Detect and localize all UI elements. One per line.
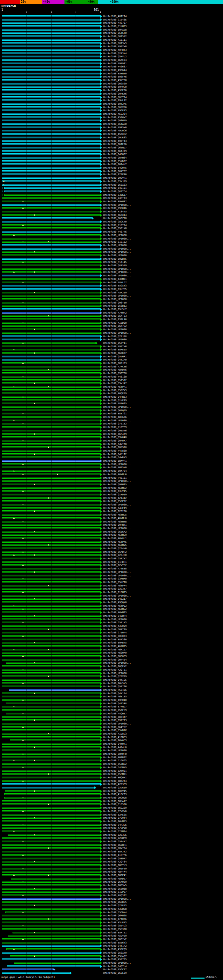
hit-row[interactable]: UniRef100_UP1000... <box>0 274 223 277</box>
hit-label[interactable]: UniRef100_A2QTJ1 <box>103 668 127 671</box>
hit-label[interactable]: UniRef100_B9RB75 <box>103 641 127 644</box>
hit-row[interactable]: UniRef100_Q9BH35 <box>0 483 223 486</box>
hit-label[interactable]: UniRef100_Q9P0X7 <box>103 439 127 442</box>
alignment-bar-segment[interactable] <box>2 194 2 196</box>
hit-row[interactable]: UniRef100_UP1000... <box>0 331 223 335</box>
hit-row[interactable]: UniRef100_UP1000... <box>0 661 223 665</box>
hit-label[interactable]: UniRef100_Q6ATG7 <box>103 725 127 729</box>
hit-row[interactable]: UniRef100_Q5VHR1 <box>0 355 223 358</box>
hit-label[interactable]: UniRef100_Q56FC9 <box>103 708 127 712</box>
hit-label[interactable]: UniRef100_B3LPF3 <box>103 921 127 924</box>
hit-label[interactable]: UniRef100_UP1000... <box>103 250 131 254</box>
hit-row[interactable]: UniRef100_B1EHJ5 <box>0 591 223 594</box>
hit-label[interactable]: UniRef100_P18445 <box>103 210 127 213</box>
hit-row[interactable]: UniRef100_UP1000... <box>0 234 223 237</box>
hit-row[interactable]: UniRef100_Q6FQP9 <box>0 409 223 412</box>
hit-row[interactable]: UniRef100_C0S063 <box>0 635 223 638</box>
hit-row[interactable]: UniRef100_Q9FNN1 <box>0 523 223 527</box>
hit-row[interactable]: UniRef100_Q9Y0A8 <box>0 436 223 439</box>
hit-row[interactable]: UniRef100_B4G1Q1 <box>0 186 223 190</box>
hit-label[interactable]: UniRef100_A8E695 <box>103 402 127 405</box>
hit-label[interactable]: UniRef100_UP1000... <box>103 419 131 422</box>
hit-label[interactable]: UniRef100_C0S063 <box>103 635 127 638</box>
hit-row[interactable]: UniRef100_C3ZKJ7 <box>0 193 223 197</box>
hit-row[interactable]: UniRef100_C4JNM5 <box>0 766 223 769</box>
hit-row[interactable]: UniRef100_B3RL46 <box>0 318 223 321</box>
hit-row[interactable]: UniRef100_A7WQH2 <box>0 311 223 315</box>
hit-row[interactable]: UniRef100_Q84M34 <box>0 156 223 159</box>
hit-label[interactable]: UniRef100_UP1000... <box>103 237 131 240</box>
hit-label[interactable]: UniRef100_C1MHZ3 <box>103 25 127 28</box>
hit-label[interactable]: UniRef100_C6SY39 <box>103 628 127 631</box>
hit-label[interactable]: UniRef100_A6YML0 <box>103 517 127 520</box>
hit-row[interactable]: UniRef100_Q751B2 <box>0 422 223 425</box>
hit-row[interactable]: UniRef100_C1BT74 <box>0 224 223 227</box>
alignment-bar-segment[interactable] <box>6 662 100 663</box>
hit-row[interactable]: UniRef100_UP1000... <box>0 405 223 409</box>
hit-row[interactable]: UniRef100_C5GP92 <box>0 500 223 503</box>
alignment-bar-segment[interactable] <box>2 187 2 189</box>
hit-label[interactable]: UniRef100_B2D2B6 <box>103 510 127 513</box>
alignment-bar-segment[interactable] <box>6 948 100 950</box>
hit-row[interactable]: UniRef100_UP1000... <box>0 247 223 251</box>
hit-row[interactable]: UniRef100_B6H5Y5 <box>0 682 223 685</box>
alignment-bar-segment[interactable] <box>2 972 70 974</box>
hit-label[interactable]: UniRef100_B9X754 <box>103 469 127 473</box>
hit-label[interactable]: UniRef100_C3YJ89 <box>103 180 127 183</box>
hit-row[interactable]: UniRef100_A8NDV7 <box>0 877 223 881</box>
hit-row[interactable]: UniRef100_B9Z773 <box>0 719 223 722</box>
alignment-bar-segment[interactable] <box>2 969 54 970</box>
hit-row[interactable]: UniRef100_A7KCY6 <box>0 365 223 369</box>
hit-row[interactable]: UniRef100_Q4PR83 <box>0 395 223 399</box>
hit-label[interactable]: UniRef100_C6SX86 <box>103 106 127 109</box>
hit-row[interactable]: UniRef100_C5YB1K <box>0 729 223 732</box>
hit-label[interactable]: UniRef100_Q2R3Y4 <box>103 52 127 55</box>
hit-label[interactable]: UniRef100_A6YMV5 <box>103 543 127 547</box>
hit-label[interactable]: UniRef100_A8NLD7 <box>103 281 127 284</box>
hit-row[interactable]: UniRef100_Q754V6 <box>0 547 223 550</box>
hit-row[interactable]: UniRef100_A5DVJ9 <box>0 934 223 938</box>
hit-label[interactable]: UniRef100_A6YPR4 <box>103 584 127 587</box>
hit-row[interactable]: UniRef100_C4QYL4 <box>0 965 223 968</box>
hit-row[interactable]: UniRef100_C0NQF0 <box>0 752 223 756</box>
hit-row[interactable]: UniRef100_A6YMW8 <box>0 520 223 523</box>
hit-label[interactable]: UniRef100_Q8JJ03 <box>103 361 127 365</box>
hit-label[interactable]: UniRef100_P48161 <box>103 476 127 480</box>
hit-label[interactable]: UniRef100_Q0CQD8 <box>103 796 127 800</box>
hit-row[interactable]: UniRef100_Q4S1T2 <box>0 453 223 456</box>
hit-label[interactable]: UniRef100_C8CCN0 <box>103 220 127 224</box>
hit-label[interactable]: UniRef100_B6QKX7 <box>103 352 127 355</box>
hit-row[interactable]: UniRef100_Q8S5E9 <box>0 264 223 267</box>
hit-label[interactable]: UniRef100_Q1KD59 <box>103 493 127 496</box>
hit-row[interactable]: UniRef100_B6QWH1 <box>0 776 223 780</box>
hit-label[interactable]: UniRef100_Q4S1T2 <box>103 453 127 456</box>
hit-label[interactable]: UniRef100_A6YME2 <box>103 486 127 490</box>
hit-row[interactable]: UniRef100_Q4WQ71 <box>0 742 223 746</box>
hit-row[interactable]: UniRef100_Q9E5N6 <box>0 429 223 433</box>
hit-row[interactable]: UniRef100_Q4X1E4 <box>0 692 223 695</box>
alignment-bar-segment[interactable] <box>2 342 96 344</box>
hit-row[interactable]: UniRef100_Q75E53 <box>0 904 223 907</box>
hit-row[interactable]: UniRef100_C1E152 <box>0 240 223 244</box>
hit-label[interactable]: UniRef100_A6YMW8 <box>103 520 127 523</box>
hit-label[interactable]: UniRef100_UP1000... <box>103 661 131 665</box>
alignment-bar-segment[interactable] <box>6 703 100 704</box>
hit-row[interactable]: UniRef100_A3GFQ9 <box>0 948 223 951</box>
alignment-bar-segment[interactable] <box>7 966 100 967</box>
hit-label[interactable]: UniRef100_UP1000... <box>103 574 131 578</box>
hit-label[interactable]: UniRef100_A1C7P6 <box>103 853 127 857</box>
hit-row[interactable]: UniRef100_Q23JE0 <box>0 554 223 557</box>
hit-label[interactable]: UniRef100_B0XV45 <box>103 789 127 793</box>
hit-label[interactable]: UniRef100_A8E686 <box>103 415 127 419</box>
hit-label[interactable]: UniRef100_Q23JE0 <box>103 554 127 557</box>
hit-row[interactable]: UniRef100_B8NJY2 <box>0 850 223 853</box>
alignment-bar-segment[interactable] <box>2 787 95 788</box>
hit-row[interactable]: UniRef100_B0XV45 <box>0 789 223 793</box>
hit-row[interactable]: UniRef100_A5E755 <box>0 958 223 961</box>
hit-label[interactable]: UniRef100_Q0C8F9 <box>103 655 127 658</box>
hit-label[interactable]: UniRef100_Q4UE19 <box>103 506 127 510</box>
hit-label[interactable]: UniRef100_C8T3W3 <box>103 42 127 45</box>
hit-row[interactable]: UniRef100_C5P4X7 <box>0 840 223 843</box>
hit-label[interactable]: UniRef100_C5YB1K <box>103 729 127 732</box>
hit-label[interactable]: UniRef100_B0Y6C3 <box>103 739 127 742</box>
